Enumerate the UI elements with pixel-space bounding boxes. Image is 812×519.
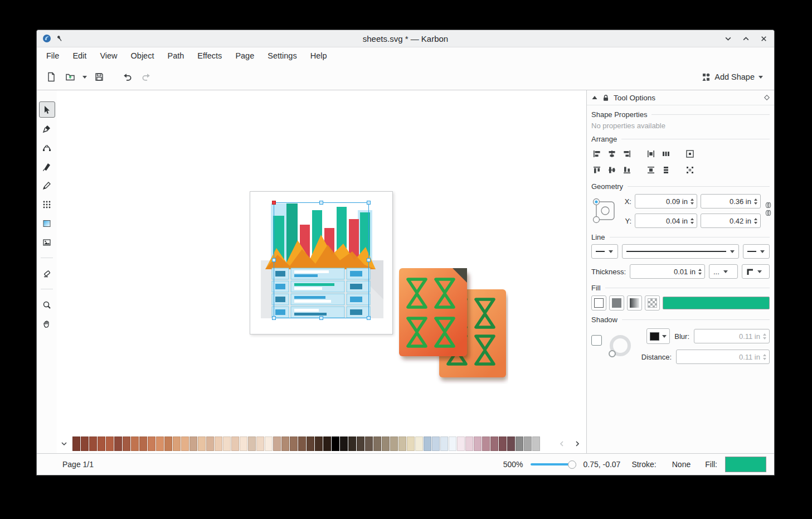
palette-swatch[interactable] [281,436,289,451]
palette-swatch[interactable] [323,436,331,451]
palette-swatch[interactable] [373,436,381,451]
menu-path[interactable]: Path [161,48,190,63]
center-on-page-button[interactable] [682,146,697,161]
menu-settings[interactable]: Settings [261,48,303,63]
selection-handle-top-right[interactable] [367,201,371,205]
fill-color-bar[interactable] [663,297,770,309]
position-anchor-widget[interactable] [590,194,620,227]
line-style-combo[interactable] [622,244,739,259]
distribute-v-edges-button[interactable] [643,162,658,177]
selection-handle-bottom-left[interactable] [272,316,276,320]
titlebar[interactable]: sheets.svg * — Karbon [37,30,774,47]
height-spinbox[interactable]: 0.42 in [701,214,761,228]
eraser-tool-button[interactable] [39,265,55,282]
palette-swatch[interactable] [507,436,515,451]
aspect-ratio-lock[interactable] [764,194,772,216]
fill-color-swatch[interactable] [725,457,766,472]
palette-swatch[interactable] [432,436,440,451]
palette-swatch[interactable] [215,436,222,451]
palette-swatch[interactable] [457,436,465,451]
thickness-spinbox[interactable]: 0.01 in [630,264,705,279]
line-end-marker-combo[interactable] [743,244,770,259]
minimize-button[interactable] [723,33,733,43]
palette-swatch[interactable] [440,436,448,451]
palette-swatch[interactable] [532,436,540,451]
selection-handle-middle-right[interactable] [367,258,371,262]
palette-swatch[interactable] [474,436,482,451]
palette-swatch[interactable] [206,436,214,451]
selection-handle-bottom-right[interactable] [367,316,371,320]
menu-view[interactable]: View [94,48,123,63]
pattern-grid-tool-button[interactable] [39,196,55,212]
palette-swatch[interactable] [139,436,147,451]
calligraphy-tool-button[interactable] [39,158,55,174]
new-document-button[interactable] [42,68,60,86]
align-hcenter-button[interactable] [604,146,619,161]
sheets-artwork[interactable] [397,266,508,384]
menu-help[interactable]: Help [304,48,333,63]
stroke-value[interactable]: None [672,460,691,469]
selection-handle-top-left[interactable] [272,201,276,205]
x-spinbox[interactable]: 0.09 in [635,194,697,208]
palette-swatch[interactable] [499,436,507,451]
palette-swatch[interactable] [382,436,390,451]
palette-swatch[interactable] [357,436,364,451]
palette-swatch[interactable] [164,436,172,451]
blur-spinbox[interactable]: 0.11 in [694,329,770,343]
selection-handle-bottom-middle[interactable] [319,316,323,320]
maximize-button[interactable] [741,33,751,43]
palette-swatch[interactable] [256,436,264,451]
selection-handle-middle-left[interactable] [272,258,276,262]
align-left-button[interactable] [589,146,604,161]
distribute-v-centers-button[interactable] [658,162,673,177]
palette-swatch[interactable] [398,436,406,451]
redo-button[interactable] [137,68,155,86]
palette-swatch[interactable] [482,436,490,451]
canvas[interactable] [57,90,586,453]
palette-swatch[interactable] [81,436,89,451]
add-shape-button[interactable]: Add Shape [696,70,769,84]
pin-icon[interactable] [56,35,64,42]
palette-swatch[interactable] [407,436,415,451]
dash-pattern-combo[interactable]: ... [709,264,738,279]
lock-icon[interactable] [602,94,609,101]
line-start-marker-combo[interactable] [591,244,618,259]
zoom-slider[interactable] [531,459,575,469]
palette-swatch[interactable] [415,436,423,451]
palette-swatch[interactable] [424,436,431,451]
palette-swatch[interactable] [273,436,281,451]
palette-swatch[interactable] [72,436,80,451]
palette-swatch[interactable] [223,436,231,451]
palette-swatch[interactable] [348,436,356,451]
float-docker-icon[interactable] [764,95,770,100]
y-spinbox[interactable]: 0.04 in [635,214,697,228]
selection-handle-top-middle[interactable] [319,201,323,205]
palette-swatch[interactable] [181,436,189,451]
palette-swatch[interactable] [89,436,97,451]
palette-swatch[interactable] [298,436,306,451]
palette-scroll-right-button[interactable] [571,437,584,450]
shadow-color-combo[interactable] [646,328,670,344]
align-top-button[interactable] [589,162,604,177]
open-document-button[interactable] [61,68,79,86]
menu-effects[interactable]: Effects [191,48,228,63]
gradient-tool-button[interactable] [39,215,55,231]
palette-swatch[interactable] [131,436,139,451]
palette-swatch[interactable] [290,436,298,451]
undo-button[interactable] [118,68,136,86]
zoom-tool-button[interactable] [39,297,55,313]
zoom-value[interactable]: 500% [503,460,523,469]
select-tool-button[interactable] [39,101,55,118]
palette-swatch[interactable] [156,436,164,451]
close-button[interactable] [758,33,769,43]
shadow-enable-checkbox[interactable] [591,335,602,346]
join-style-combo[interactable] [742,264,770,279]
width-spinbox[interactable]: 0.36 in [701,194,761,208]
palette-swatch[interactable] [265,436,273,451]
open-dropdown-button[interactable] [80,68,89,86]
shadow-angle-dial[interactable] [607,333,633,358]
pencil-tool-button[interactable] [39,177,55,193]
palette-swatch[interactable] [365,436,373,451]
palette-swatch[interactable] [465,436,473,451]
fill-gradient-button[interactable] [627,295,642,311]
